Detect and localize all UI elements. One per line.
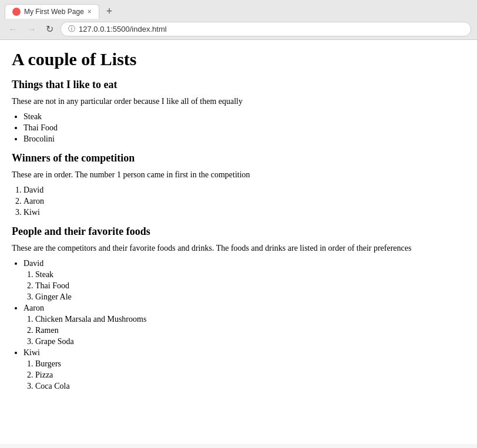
list-item: Steak [35,270,465,279]
refresh-button[interactable]: ↻ [43,22,56,36]
person-item-aaron: Aaron Chicken Marsala and Mushrooms Rame… [23,304,465,346]
person-item-kiwi: Kiwi Burgers Pizza Coca Cola [23,348,465,391]
browser-chrome: My First Web Page × + ← → ↻ ⓘ 127.0.0.1:… [0,0,477,40]
list-item: Chicken Marsala and Mushrooms [35,315,465,324]
list-item: Ramen [35,326,465,335]
section1-list: Steak Thai Food Brocolini [23,112,465,144]
list-item: Burgers [35,359,465,369]
section1-heading: Things that I like to eat [12,79,465,91]
section3-heading: People and their favorite foods [12,225,465,238]
person-name: Kiwi [23,348,40,357]
david-favorites: Steak Thai Food Ginger Ale [35,270,465,302]
section2-list: David Aaron Kiwi [23,186,465,217]
back-button[interactable]: ← [6,23,20,36]
page-content: A couple of Lists Things that I like to … [0,40,477,444]
address-text: 127.0.0.1:5500/index.html [79,25,167,33]
list-item: Pizza [35,370,465,380]
list-item: David [23,186,465,195]
lock-icon: ⓘ [68,24,75,34]
active-tab[interactable]: My First Web Page × [5,4,99,19]
person-name: Aaron [23,304,44,312]
aaron-favorites: Chicken Marsala and Mushrooms Ramen Grap… [35,315,465,346]
section3-list: David Steak Thai Food Ginger Ale Aaron C… [23,259,465,391]
new-tab-button[interactable]: + [102,4,117,19]
list-item: Thai Food [23,123,465,133]
tab-title: My First Web Page [24,8,84,16]
list-item: Aaron [23,197,465,206]
section-food-likes: Things that I like to eat These are not … [12,79,465,144]
person-item-david: David Steak Thai Food Ginger Ale [23,259,465,302]
list-item: Ginger Ale [35,292,465,302]
list-item: Kiwi [23,208,465,217]
person-name: David [23,259,43,268]
list-item: Brocolini [23,134,465,144]
forward-button[interactable]: → [25,23,39,36]
section1-description: These are not in any particular order be… [12,97,465,106]
list-item: Thai Food [35,281,465,291]
kiwi-favorites: Burgers Pizza Coca Cola [35,359,465,391]
main-heading: A couple of Lists [12,49,465,69]
section-people-foods: People and their favorite foods These ar… [12,225,465,391]
section3-description: These are the competitors and their favo… [12,244,465,253]
section-winners: Winners of the competition These are in … [12,152,465,217]
list-item: Grape Soda [35,337,465,346]
section2-heading: Winners of the competition [12,152,465,164]
tab-bar: My First Web Page × + [0,0,477,19]
tab-favicon [12,8,21,16]
address-input[interactable]: ⓘ 127.0.0.1:5500/index.html [61,22,471,36]
tab-close-button[interactable]: × [88,8,92,16]
section2-description: These are in order. The number 1 person … [12,170,465,180]
list-item: Coca Cola [35,382,465,391]
address-bar: ← → ↻ ⓘ 127.0.0.1:5500/index.html [0,19,477,39]
list-item: Steak [23,112,465,122]
